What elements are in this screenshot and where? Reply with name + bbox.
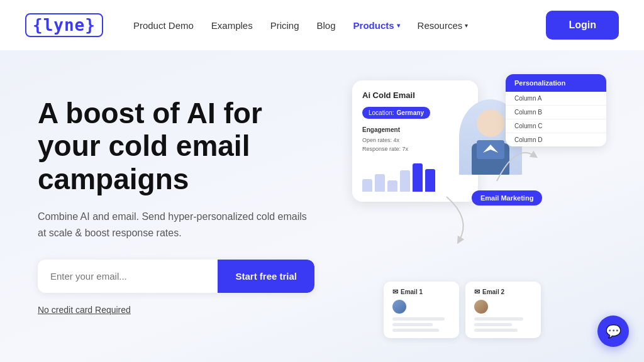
chat-bubble[interactable]: 💬: [597, 315, 629, 347]
location-badge: Location: Germany: [362, 107, 430, 119]
email-1-title: ✉ Email 1: [392, 288, 450, 296]
email-2-lines: [474, 317, 532, 332]
personalization-header: Personalization: [506, 74, 606, 92]
bar-6: [425, 169, 435, 192]
login-button[interactable]: Login: [546, 11, 619, 40]
column-b: Column B: [506, 106, 606, 119]
nav-products[interactable]: Products ▾: [353, 20, 400, 31]
bar-4: [400, 170, 410, 192]
chevron-down-icon: ▾: [397, 22, 400, 29]
email-cards: ✉ Email 1 ✉ Email 2: [384, 282, 541, 338]
bar-2: [375, 174, 385, 192]
arrow-2: [434, 194, 484, 244]
hero-section: A boost of AI for your cold email campai…: [0, 50, 644, 362]
chat-icon: 💬: [606, 324, 621, 339]
email-icon: ✉: [392, 288, 398, 296]
engagement-stats: Open rates: 4x Response rate: 7x: [362, 136, 468, 154]
avatar-1: [392, 300, 406, 314]
hero-subtitle: Combine AI and email. Send hyper-persona…: [38, 209, 314, 241]
navbar: {lyne} Product Demo Examples Pricing Blo…: [0, 0, 644, 50]
bar-chart: [362, 160, 468, 192]
column-a: Column A: [506, 92, 606, 106]
nav-resources[interactable]: Resources ▾: [418, 20, 469, 31]
svg-point-0: [477, 109, 504, 137]
personalization-card: Personalization Column A Column B Column…: [506, 74, 606, 146]
bar-1: [362, 179, 372, 192]
arrow-1: [491, 137, 541, 187]
nav-blog[interactable]: Blog: [317, 20, 336, 31]
email-card-2: ✉ Email 2: [465, 282, 541, 338]
no-credit-card-link[interactable]: No credit card Required: [38, 305, 131, 315]
engagement-title: Engagement: [362, 126, 468, 133]
bar-5: [413, 163, 423, 192]
avatar-2: [474, 300, 488, 314]
hero-content: A boost of AI for your cold email campai…: [38, 97, 314, 316]
email-2-title: ✉ Email 2: [474, 288, 532, 296]
card-title: Ai Cold Email: [362, 90, 468, 100]
nav-examples[interactable]: Examples: [211, 20, 253, 31]
email-input[interactable]: [38, 260, 218, 293]
nav-pricing[interactable]: Pricing: [270, 20, 299, 31]
column-c: Column C: [506, 119, 606, 133]
nav-links: Product Demo Examples Pricing Blog Produ…: [133, 20, 526, 31]
email-card-1: ✉ Email 1: [384, 282, 459, 338]
chevron-down-icon: ▾: [465, 22, 468, 29]
logo[interactable]: {lyne}: [25, 13, 103, 37]
hero-illustration: Ai Cold Email Location: Germany Engageme…: [352, 74, 606, 338]
nav-product-demo[interactable]: Product Demo: [133, 20, 194, 31]
email-icon-2: ✉: [474, 288, 480, 296]
hero-title: A boost of AI for your cold email campai…: [38, 97, 314, 197]
email-1-lines: [392, 317, 450, 332]
bar-3: [387, 180, 397, 192]
cta-form: Start free trial: [38, 260, 314, 293]
start-trial-button[interactable]: Start free trial: [218, 260, 314, 293]
